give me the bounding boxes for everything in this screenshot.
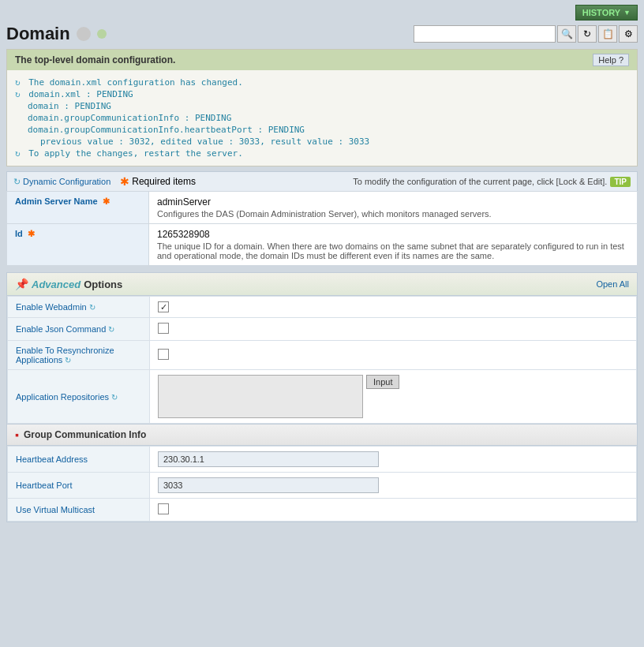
heartbeat-port-label: Heartbeat Port [8, 473, 150, 499]
group-comm-title: Group Communication Info [24, 429, 146, 440]
advanced-options-table: Enable Webadmin ↻ Enable Json Command ↻ … [7, 296, 637, 424]
config-toolbar-right: To modify the configuration of the curre… [353, 177, 631, 187]
group-row-heartbeat-port: Heartbeat Port [8, 473, 637, 499]
enable-json-value [150, 318, 637, 341]
config-toolbar: ↻ Dynamic Configuration ✱ Required items… [6, 171, 638, 191]
dynamic-config-icon: ↻ [13, 177, 21, 187]
history-arrow-icon: ▼ [623, 9, 631, 17]
notification-box: The top-level domain configuration. Help… [6, 49, 638, 166]
required-items-area: ✱ Required items [120, 175, 196, 188]
heartbeat-port-input[interactable] [158, 477, 379, 493]
admin-server-req-star: ✱ [103, 196, 110, 206]
enable-json-checkbox[interactable] [158, 323, 169, 334]
title-dot-1 [77, 27, 91, 41]
open-all-link[interactable]: Open All [596, 279, 629, 289]
enable-json-label: Enable Json Command ↻ [8, 318, 150, 341]
dynamic-config-link[interactable]: ↻ Dynamic Configuration [13, 177, 110, 187]
table-row-id: Id ✱ 1265328908 The unique ID for a doma… [7, 224, 638, 266]
admin-server-value-cell: adminServer Configures the DAS (Domain A… [149, 192, 638, 224]
resync-dyn-icon: ↻ [65, 356, 71, 365]
refresh-icon-3: ↻ [15, 148, 21, 159]
notification-header: The top-level domain configuration. Help… [7, 50, 637, 70]
dynamic-config-label: Dynamic Configuration [23, 177, 110, 186]
resync-value [150, 341, 637, 370]
notif-line-5: domain.groupCommunicationInfo.heartbeatP… [15, 124, 629, 136]
search-button[interactable]: 🔍 [557, 25, 576, 43]
adv-row-resync: Enable To Resynchronize Applications ↻ [8, 341, 637, 370]
history-button[interactable]: HISTORY ▼ [575, 5, 638, 21]
page-title-area: Domain [6, 24, 107, 44]
heartbeat-address-value [150, 447, 637, 473]
use-virtual-multicast-checkbox[interactable] [158, 503, 169, 514]
group-row-heartbeat-address: Heartbeat Address [8, 447, 637, 473]
export-button[interactable]: 📋 [598, 25, 617, 43]
id-req-star: ✱ [28, 229, 35, 238]
title-dot-2 [97, 29, 107, 39]
app-repos-dyn-icon: ↻ [111, 393, 118, 402]
options-label: Options [84, 279, 122, 290]
group-header-icon: ▪ [15, 428, 19, 441]
resync-label: Enable To Resynchronize Applications ↻ [8, 341, 150, 370]
required-items-label: Required items [132, 176, 196, 187]
notif-line-1: ↻ The domain.xml configuration has chang… [15, 77, 629, 88]
pin-icon: 📌 [15, 278, 28, 290]
page-header: Domain 🔍 ↻ 📋 ⚙ [0, 21, 644, 49]
advanced-options-section: 📌 Advanced Options Open All Enable Webad… [6, 272, 638, 424]
refresh-icon-2: ↻ [15, 89, 21, 99]
app-repos-label: Application Repositories ↻ [8, 370, 150, 424]
notif-line-6: previous value : 3032, edited value : 30… [15, 136, 629, 148]
refresh-icon-1: ↻ [15, 77, 21, 88]
config-toolbar-left: ↻ Dynamic Configuration ✱ Required items [13, 175, 196, 188]
group-row-virtual-multicast: Use Virtual Multicast [8, 499, 637, 522]
advanced-label: Advanced [32, 279, 80, 290]
app-repos-textarea[interactable] [158, 375, 363, 418]
advanced-options-header: 📌 Advanced Options Open All [7, 273, 637, 296]
advanced-options-title: 📌 Advanced Options [15, 278, 122, 290]
enable-webadmin-value [150, 297, 637, 318]
enable-webadmin-checkbox[interactable] [158, 301, 169, 312]
admin-server-value: adminServer [157, 196, 629, 208]
enable-webadmin-label: Enable Webadmin ↻ [8, 297, 150, 318]
json-dyn-icon: ↻ [108, 325, 114, 334]
id-value-cell: 1265328908 The unique ID for a domain. W… [149, 224, 638, 266]
required-star-icon: ✱ [120, 175, 129, 188]
adv-row-app-repos: Application Repositories ↻ Input [8, 370, 637, 424]
group-comm-table: Heartbeat Address Heartbeat Port Use Vir… [7, 446, 637, 522]
webadmin-dyn-icon: ↻ [89, 303, 95, 312]
main-fields-table: Admin Server Name ✱ adminServer Configur… [6, 191, 638, 266]
id-label-cell: Id ✱ [7, 224, 149, 266]
history-label: HISTORY [582, 8, 620, 17]
table-row-admin-server: Admin Server Name ✱ adminServer Configur… [7, 192, 638, 224]
search-bar: 🔍 ↻ 📋 ⚙ [414, 25, 638, 43]
refresh-button[interactable]: ↻ [578, 25, 597, 43]
notif-line-3: domain : PENDING [15, 100, 629, 112]
use-virtual-multicast-value [150, 499, 637, 522]
group-comm-section: ▪ Group Communication Info Heartbeat Add… [6, 424, 638, 522]
modify-text: To modify the configuration of the curre… [353, 177, 607, 186]
help-button[interactable]: Help ? [593, 54, 629, 66]
adv-row-enable-json: Enable Json Command ↻ [8, 318, 637, 341]
heartbeat-address-input[interactable] [158, 451, 379, 467]
use-virtual-multicast-label: Use Virtual Multicast [8, 499, 150, 522]
admin-server-label-cell: Admin Server Name ✱ [7, 192, 149, 224]
resync-checkbox[interactable] [158, 349, 169, 360]
admin-server-desc: Configures the DAS (Domain Administratio… [157, 209, 629, 219]
group-comm-header: ▪ Group Communication Info [7, 424, 637, 446]
notif-line-7: ↻ To apply the changes, restart the serv… [15, 148, 629, 159]
top-bar: HISTORY ▼ [0, 0, 644, 21]
tip-badge: TIP [610, 177, 631, 187]
id-value: 1265328908 [157, 229, 629, 240]
notification-title: The top-level domain configuration. [15, 54, 175, 65]
settings-button[interactable]: ⚙ [619, 25, 638, 43]
search-input[interactable] [414, 25, 556, 43]
notif-line-2: ↻ domain.xml : PENDING [15, 88, 629, 100]
app-repo-area: Input [158, 375, 628, 418]
page-title: Domain [6, 24, 70, 44]
adv-row-enable-webadmin: Enable Webadmin ↻ [8, 297, 637, 318]
app-repos-value: Input [150, 370, 637, 424]
notif-line-4: domain.groupCommunicationInfo : PENDING [15, 112, 629, 124]
heartbeat-port-value [150, 473, 637, 499]
id-desc: The unique ID for a domain. When there a… [157, 241, 629, 260]
app-repos-input-button[interactable]: Input [366, 375, 399, 389]
heartbeat-address-label: Heartbeat Address [8, 447, 150, 473]
